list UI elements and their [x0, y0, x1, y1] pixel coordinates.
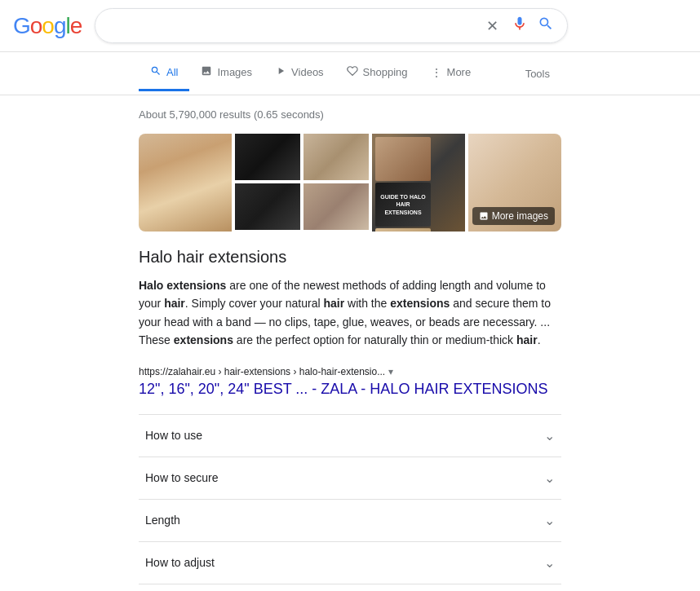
tab-shopping[interactable]: Shopping — [335, 55, 419, 91]
result-image-guide[interactable]: GUIDE TO HALO HAIR EXTENSIONS — [372, 134, 465, 232]
header: Google halo hair extensions ✕ — [0, 0, 700, 52]
desc-bold-6: hair — [516, 333, 538, 346]
accordion-arrow-how-to-secure: ⌄ — [544, 470, 555, 486]
result-image-3[interactable] — [303, 134, 369, 180]
more-images-label: More images — [492, 210, 548, 222]
tab-all-label: All — [166, 66, 178, 78]
clear-icon[interactable]: ✕ — [486, 17, 498, 35]
tab-videos[interactable]: Videos — [264, 55, 335, 91]
logo-letter-g: G — [13, 13, 30, 38]
accordion-arrow-how-to-use: ⌄ — [544, 428, 555, 443]
desc-bold-4: extensions — [390, 297, 450, 310]
accordion-label-how-to-secure: How to secure — [145, 471, 218, 484]
accordion-header-how-to-adjust[interactable]: How to adjust ⌄ — [139, 542, 561, 584]
results-count: About 5,790,000 results (0.65 seconds) — [139, 108, 561, 121]
result-description: Halo extensions are one of the newest me… — [139, 276, 561, 350]
tab-all[interactable]: All — [139, 55, 189, 91]
accordion-label-how-to-use: How to use — [145, 429, 202, 442]
desc-bold-1: Halo extensions — [139, 279, 226, 292]
result-image-8[interactable]: More images — [468, 134, 561, 232]
result-title: Halo hair extensions — [139, 248, 561, 267]
accordion-item-how-to-adjust: How to adjust ⌄ — [139, 542, 561, 584]
tab-more-label: More — [447, 66, 472, 78]
google-logo: Google — [13, 13, 82, 39]
tab-images-label: Images — [217, 66, 252, 78]
logo-letter-g2: g — [54, 13, 66, 38]
accordion-item-how-to-secure: How to secure ⌄ — [139, 457, 561, 500]
guide-text: GUIDE TO HALO HAIR EXTENSIONS — [375, 183, 431, 227]
url-dropdown-icon[interactable]: ▾ — [388, 366, 393, 377]
more-tab-icon: ⋮ — [431, 66, 442, 79]
image-results[interactable]: GUIDE TO HALO HAIR EXTENSIONS More image… — [139, 134, 561, 232]
accordion-label-how-to-adjust: How to adjust — [145, 556, 215, 569]
result-image-5[interactable] — [303, 183, 369, 230]
url-text: https://zalahair.eu › hair-extensions › … — [139, 366, 385, 377]
videos-tab-icon — [275, 65, 286, 79]
accordion-header-how-to-use[interactable]: How to use ⌄ — [139, 415, 561, 456]
main-content: About 5,790,000 results (0.65 seconds) G… — [0, 95, 700, 591]
search-bar: halo hair extensions ✕ — [95, 8, 568, 43]
tab-videos-label: Videos — [291, 66, 324, 78]
more-images-button[interactable]: More images — [472, 207, 555, 225]
accordion-header-length[interactable]: Length ⌄ — [139, 500, 561, 541]
result-image-1[interactable] — [139, 134, 232, 232]
desc-bold-5: extensions — [174, 333, 233, 346]
images-tab-icon — [201, 65, 212, 79]
accordion: How to use ⌄ How to secure ⌄ Length ⌄ Ho… — [139, 414, 561, 584]
accordion-item-how-to-use: How to use ⌄ — [139, 415, 561, 457]
result-url: https://zalahair.eu › hair-extensions › … — [139, 366, 561, 377]
shopping-tab-icon — [347, 65, 358, 79]
logo-letter-e: e — [70, 13, 82, 38]
tab-more[interactable]: ⋮ More — [419, 56, 483, 91]
accordion-arrow-length: ⌄ — [544, 513, 555, 528]
accordion-item-length: Length ⌄ — [139, 500, 561, 542]
logo-letter-o1: o — [30, 13, 42, 38]
accordion-label-length: Length — [145, 514, 180, 527]
tools-button[interactable]: Tools — [514, 58, 561, 90]
search-submit-icon[interactable] — [538, 15, 554, 36]
voice-icon[interactable] — [512, 15, 528, 36]
search-action-icons — [512, 15, 554, 36]
result-image-4[interactable] — [235, 183, 300, 230]
nav-tabs: All Images Videos Shopping ⋮ More Tools — [0, 52, 700, 95]
accordion-header-how-to-secure[interactable]: How to secure ⌄ — [139, 457, 561, 499]
desc-bold-2: hair — [164, 297, 185, 310]
result-image-2[interactable] — [235, 134, 300, 180]
result-link[interactable]: 12", 16", 20", 24" BEST ... - ZALA - HAL… — [139, 381, 561, 398]
tab-images[interactable]: Images — [189, 55, 264, 91]
accordion-arrow-how-to-adjust: ⌄ — [544, 555, 555, 571]
logo-letter-o2: o — [42, 13, 54, 38]
all-tab-icon — [150, 65, 162, 79]
desc-bold-3: hair — [323, 297, 344, 310]
tab-shopping-label: Shopping — [363, 66, 408, 78]
image-col-2345 — [235, 134, 369, 232]
search-input[interactable]: halo hair extensions — [109, 19, 480, 33]
